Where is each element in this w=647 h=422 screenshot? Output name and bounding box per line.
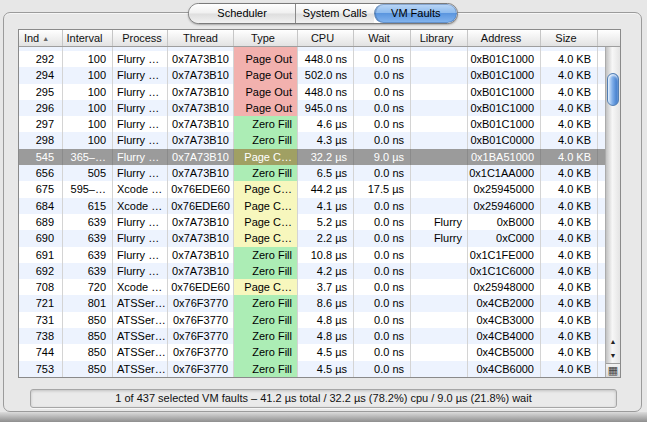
cell-thread: 0x7A73B10 [168, 247, 234, 263]
cell-size: 4.0 KB [541, 198, 598, 214]
cell-type: Page C… [234, 198, 298, 214]
table-row[interactable]: 708720Xcode …0x76EDE60Page C…3.7 µs0.0 n… [19, 279, 605, 295]
cell-filler [598, 198, 605, 214]
column-header-library[interactable]: Library [411, 30, 468, 46]
cell-process: Flurry … [113, 149, 168, 165]
tab-vm-faults[interactable]: VM Faults [374, 4, 457, 23]
sort-ascending-icon: ▲ [42, 35, 49, 42]
cell-wait: 0.0 ns [354, 198, 411, 214]
column-header-interval[interactable]: Interval [63, 30, 113, 46]
cell-library [411, 344, 468, 360]
table-row[interactable]: 753850ATSSer…0x76F3770Zero Fill4.5 µs0.0… [19, 361, 605, 377]
column-header-process[interactable]: Process [113, 30, 168, 46]
cell-type: Zero Fill [234, 132, 298, 148]
cell-library [411, 263, 468, 279]
cell-type: Zero Fill [234, 247, 298, 263]
table-row[interactable]: 294100Flurry …0x7A73B10Page Out502.0 ns0… [19, 67, 605, 83]
cell-size: 4.0 KB [541, 247, 598, 263]
cell-process: ATSSer… [113, 328, 168, 344]
table-row[interactable]: 689639Flurry …0x7A73B10Page C…5.2 µs0.0 … [19, 214, 605, 230]
cell-thread: 0x7A73B10 [168, 84, 234, 100]
cell-cpu: 448.0 ns [298, 51, 354, 67]
table-row[interactable]: 692639Flurry …0x7A73B10Zero Fill4.2 µs0.… [19, 263, 605, 279]
cell-address: 0x4CB5000 [468, 344, 541, 360]
cell-filler [598, 149, 605, 165]
cell-address: 0xB01C1000 [468, 67, 541, 83]
cell-library [411, 295, 468, 311]
cell-type: Page C… [234, 279, 298, 295]
cell-process: Flurry … [113, 247, 168, 263]
column-label: Thread [183, 32, 218, 44]
table-row[interactable]: 684615Xcode …0x76EDE60Page C…4.1 µs0.0 n… [19, 198, 605, 214]
table-row[interactable]: 675595–…Xcode …0x76EDE60Page C…44.2 µs17… [19, 181, 605, 197]
column-header-thread[interactable]: Thread [168, 30, 234, 46]
table-row[interactable]: 295100Flurry …0x7A73B10Page Out448.0 ns0… [19, 84, 605, 100]
cell-cpu: 6.5 µs [298, 165, 354, 181]
cell-filler [598, 165, 605, 181]
cell-process: ATSSer… [113, 295, 168, 311]
cell-cpu: 4.3 µs [298, 132, 354, 148]
cell-library [411, 198, 468, 214]
column-header-wait[interactable]: Wait [354, 30, 411, 46]
cell-thread: 0x76EDE60 [168, 181, 234, 197]
table-row[interactable]: 691639Flurry …0x7A73B10Zero Fill10.8 µs0… [19, 247, 605, 263]
cell-interval: 850 [63, 312, 113, 328]
cell-thread: 0x7A73B10 [168, 116, 234, 132]
cell-wait: 0.0 ns [354, 312, 411, 328]
table-row[interactable]: 731850ATSSer…0x76F3770Zero Fill4.8 µs0.0… [19, 312, 605, 328]
cell-wait: 0.0 ns [354, 361, 411, 377]
table-row[interactable]: 744850ATSSer…0x76F3770Zero Fill4.5 µs0.0… [19, 344, 605, 360]
cell-cpu: 2.2 µs [298, 230, 354, 246]
scroll-up-icon[interactable]: ▲ [606, 335, 620, 349]
cell-interval: 595–… [63, 181, 113, 197]
cell-interval: 615 [63, 198, 113, 214]
table-row[interactable]: 738850ATSSer…0x76F3770Zero Fill4.8 µs0.0… [19, 328, 605, 344]
column-header-ind[interactable]: Ind▲ [19, 30, 63, 46]
vertical-scrollbar[interactable]: ▲ ▼ ▦ [605, 47, 620, 377]
cell-ind: 692 [19, 263, 63, 279]
column-label: Address [481, 32, 521, 44]
cell-filler [598, 361, 605, 377]
cell-thread: 0x76F3770 [168, 328, 234, 344]
cell-library [411, 247, 468, 263]
cell-address: 0x4CB2000 [468, 295, 541, 311]
column-header-type[interactable]: Type [234, 30, 298, 46]
table-row[interactable]: 690639Flurry …0x7A73B10Page C…2.2 µs0.0 … [19, 230, 605, 246]
cell-process: Flurry … [113, 230, 168, 246]
cell-filler [598, 67, 605, 83]
table-row[interactable]: 298100Flurry …0x7A73B10Zero Fill4.3 µs0.… [19, 132, 605, 148]
cell-library [411, 67, 468, 83]
column-header-address[interactable]: Address [468, 30, 541, 46]
table-row[interactable]: 296100Flurry …0x7A73B10Page Out945.0 ns0… [19, 100, 605, 116]
cell-library [411, 312, 468, 328]
scroll-down-icon[interactable]: ▼ [606, 349, 620, 363]
cell-wait: 0.0 ns [354, 214, 411, 230]
table-row[interactable]: 721801ATSSer…0x76F3770Zero Fill8.6 µs0.0… [19, 295, 605, 311]
table-row[interactable]: 656505Flurry …0x7A73B10Zero Fill6.5 µs0.… [19, 165, 605, 181]
cell-ind: 298 [19, 132, 63, 148]
cell-interval: 100 [63, 116, 113, 132]
column-header-cpu[interactable]: CPU [298, 30, 354, 46]
cell-ind: 294 [19, 67, 63, 83]
column-label: Process [122, 32, 162, 44]
table-row[interactable]: 545365–…Flurry …0x7A73B10Page C…32.2 µs9… [19, 149, 605, 165]
cell-library [411, 84, 468, 100]
cell-size: 4.0 KB [541, 132, 598, 148]
cell-ind: 296 [19, 100, 63, 116]
tab-system-calls[interactable]: System Calls [295, 4, 373, 23]
table-row[interactable]: 292100Flurry …0x7A73B10Page Out448.0 ns0… [19, 51, 605, 67]
cell-thread: 0x7A73B10 [168, 67, 234, 83]
table-row[interactable]: 297100Flurry …0x7A73B10Zero Fill4.6 µs0.… [19, 116, 605, 132]
cell-size: 4.0 KB [541, 181, 598, 197]
column-header-size[interactable]: Size [541, 30, 598, 46]
cell-address: 0xB01C1000 [468, 84, 541, 100]
cell-address: 0x25946000 [468, 198, 541, 214]
column-options-button[interactable]: ▦ [606, 363, 620, 377]
cell-thread: 0x76EDE60 [168, 198, 234, 214]
cell-interval: 639 [63, 230, 113, 246]
cell-interval: 100 [63, 132, 113, 148]
tab-bar: SchedulerSystem CallsVM Faults [188, 3, 458, 24]
tab-scheduler[interactable]: Scheduler [189, 4, 295, 23]
scrollbar-thumb[interactable] [607, 73, 619, 106]
cell-address: 0xB01C0000 [468, 132, 541, 148]
